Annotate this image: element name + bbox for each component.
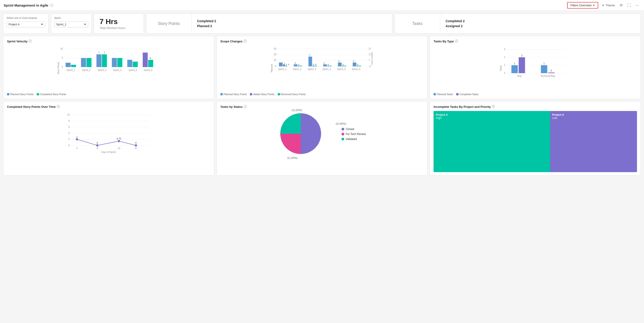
treemap-cell-high: Project A High <box>434 111 550 172</box>
data-point <box>135 144 137 147</box>
charts-row-2: Completed Story Points Over Time ⓘ 10 8 … <box>3 101 641 176</box>
pie-chart-container: (1) (25%) (2) (50%) (1) (25%) <box>220 111 424 157</box>
line-chart-polyline <box>77 139 136 145</box>
svg-text:0: 0 <box>286 63 287 66</box>
bar <box>283 64 285 66</box>
tasks-label: Tasks <box>395 14 440 33</box>
app-header: Sprint Management in Agile ⓘ Filters Ove… <box>0 0 644 11</box>
page-title: Sprint Management in Agile <box>4 3 48 7</box>
svg-text:8: 8 <box>97 147 98 149</box>
hours-value: 7 Hrs <box>100 17 138 26</box>
scope-changes-legend: Planned Story Points Added Story Points … <box>220 93 424 96</box>
treemap: Project A High Project A Low <box>434 111 637 172</box>
svg-text:Technical Blog: Technical Blog <box>540 75 555 77</box>
story-points-metric-card: Story Points Completed 2 Planned 2 <box>146 13 392 33</box>
svg-text:Sprint_4: Sprint_4 <box>113 69 122 71</box>
bar <box>327 66 329 66</box>
legend-planned-story: Planned Story Points <box>7 93 34 96</box>
scope-changes-chart: Planned 30 20 10 0 27 17 7 -3 Added & Re… <box>220 45 424 91</box>
legend-sc-added: Added Story Points <box>250 93 274 96</box>
bar <box>312 66 314 66</box>
legend-tbt-completed: Completed Tasks <box>456 93 478 96</box>
bar <box>81 58 86 67</box>
more-options-button[interactable]: ⋯ <box>634 2 640 8</box>
header-right: Filters Overview ▼ ☀ Theme ⟳ ⛶ ⋯ <box>567 2 640 8</box>
svg-text:0: 0 <box>504 72 506 74</box>
svg-text:Sprint_5: Sprint_5 <box>337 68 346 70</box>
bar <box>359 66 361 66</box>
bar <box>285 66 287 66</box>
svg-text:0: 0 <box>357 63 358 66</box>
svg-text:3: 3 <box>504 48 506 50</box>
tbs-info-icon: ⓘ <box>244 105 247 109</box>
it-info-icon: ⓘ <box>492 105 495 109</box>
bar <box>330 66 331 66</box>
pie-dot-fortech <box>342 133 344 135</box>
pie-slice-validated <box>280 113 301 134</box>
bar <box>86 58 92 67</box>
bar <box>308 57 312 66</box>
bar <box>133 62 138 67</box>
svg-text:Sprint_4: Sprint_4 <box>322 68 331 70</box>
svg-text:Sprint_6: Sprint_6 <box>352 68 360 70</box>
bar <box>127 60 132 67</box>
svg-text:0: 0 <box>328 63 329 66</box>
svg-text:0: 0 <box>342 63 344 66</box>
svg-text:1: 1 <box>504 64 506 66</box>
treemap-cell-low: Project A Low <box>550 111 637 172</box>
svg-text:Bug: Bug <box>518 75 522 77</box>
svg-text:0: 0 <box>353 60 354 62</box>
charts-row-1: Sprint Velocity ⓘ Story Points 10 5 0 <box>3 36 641 99</box>
pie-legend: Closed For Tech Review Validated <box>342 127 366 141</box>
bar <box>323 64 327 66</box>
csp-info-icon: ⓘ <box>57 105 60 109</box>
theme-button[interactable]: ☀ Theme <box>600 2 616 8</box>
bar <box>143 52 148 67</box>
svg-text:Sprint_3: Sprint_3 <box>98 69 106 71</box>
svg-text:0: 0 <box>324 62 325 64</box>
story-completed-stat: Completed 2 <box>197 19 216 23</box>
refresh-button[interactable]: ⟳ <box>618 2 624 8</box>
incomplete-tasks-card: Incomplete Tasks By Project and Priority… <box>430 101 641 176</box>
tasks-metric-card: Tasks Completed 2 Assigned 2 <box>394 13 641 33</box>
svg-text:2: 2 <box>521 54 523 57</box>
filters-overview-button[interactable]: Filters Overview ▼ <box>567 2 598 8</box>
legend-sc-planned: Planned Story Points <box>220 93 247 96</box>
svg-text:0: 0 <box>136 142 137 144</box>
svg-text:27: 27 <box>368 47 371 50</box>
data-point <box>96 144 98 147</box>
pie-slice-fortech <box>280 134 301 154</box>
svg-text:1: 1 <box>514 62 516 65</box>
svg-text:-3: -3 <box>368 65 370 67</box>
expand-button[interactable]: ⛶ <box>626 2 632 8</box>
svg-text:1: 1 <box>284 62 285 64</box>
project-select[interactable]: Project A <box>6 21 45 27</box>
svg-text:0: 0 <box>275 65 276 67</box>
pie-legend-validated: Validated <box>342 137 366 141</box>
svg-text:Planned: Planned <box>270 64 273 72</box>
pie-slice-closed <box>301 113 321 154</box>
tasks-by-status-card: Tasks by Status ⓘ (1) (25%) (2) (50%) (1… <box>216 101 428 176</box>
sprint-velocity-info-icon: ⓘ <box>28 39 32 43</box>
tasks-by-type-card: Tasks By Type ⓘ Tasks 3 2 1 0 1 2 <box>430 36 641 99</box>
bar <box>357 66 358 66</box>
bar <box>294 64 297 66</box>
sprint-select[interactable]: Sprint_1 <box>54 21 88 27</box>
bar <box>300 66 302 66</box>
svg-text:5: 5 <box>62 57 63 59</box>
svg-text:2: 2 <box>504 56 506 58</box>
story-points-stats: Completed 2 Planned 2 <box>192 16 222 30</box>
svg-text:3: 3 <box>76 147 78 149</box>
svg-text:0.75: 0.75 <box>117 137 121 140</box>
svg-text:10: 10 <box>67 113 70 116</box>
sprint-velocity-card: Sprint Velocity ⓘ Story Points 10 5 0 <box>3 36 214 99</box>
project-filter-label: Select one or more projects <box>6 16 45 19</box>
svg-text:Sprint_1: Sprint_1 <box>67 69 75 71</box>
legend-completed-story: Completed Story Points <box>37 93 66 96</box>
bar <box>541 65 548 73</box>
bar <box>338 62 342 66</box>
bar <box>342 66 344 66</box>
svg-text:20: 20 <box>274 53 276 56</box>
pie-dot-closed <box>342 128 344 130</box>
svg-text:Tasks: Tasks <box>500 65 502 71</box>
